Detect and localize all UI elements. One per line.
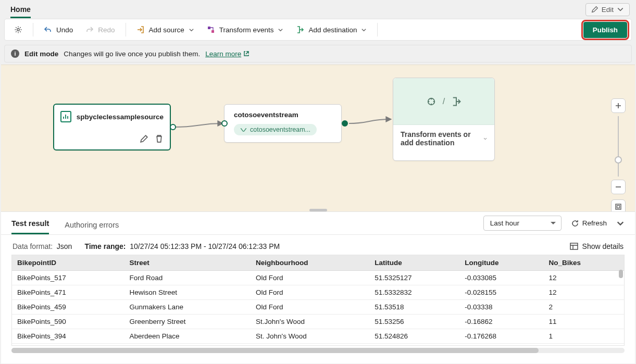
redo-button: Redo [80, 22, 120, 37]
flow-canvas[interactable]: spbycleclessamplesource cotosoeventstrea… [1, 65, 635, 211]
column-header[interactable]: Longitude [459, 255, 543, 271]
table-cell: 11 [544, 315, 624, 329]
settings-button[interactable] [9, 22, 28, 37]
chevron-down-icon [278, 27, 283, 33]
svg-rect-5 [617, 206, 620, 208]
zoom-in-button[interactable] [611, 98, 626, 113]
table-row[interactable]: BikePoints_459Gunmakers LaneOld Ford51.5… [12, 300, 624, 315]
horizontal-scrollbar-thumb[interactable] [11, 348, 539, 353]
table-cell: -0.033085 [459, 271, 543, 285]
slash-icon: / [443, 97, 445, 106]
port-out[interactable] [342, 120, 348, 127]
table-row[interactable]: BikePoints_590Greenberry StreetSt.John's… [12, 315, 624, 329]
table-cell: 51.52912 [369, 344, 459, 346]
table-cell: -0.03338 [459, 300, 543, 315]
time-range-value: 10/27/24 05:12:33 PM - 10/27/24 06:12:33… [130, 242, 280, 250]
show-details-label: Show details [582, 242, 623, 250]
node-source[interactable]: spbycleclessamplesource [53, 104, 171, 150]
vertical-scrollbar[interactable] [619, 270, 623, 278]
logout-icon [296, 26, 304, 34]
publish-button[interactable]: Publish [583, 22, 627, 38]
refresh-label: Refresh [582, 219, 607, 227]
table-row[interactable]: BikePoints_363Lord'sSt. John's Wood51.52… [12, 344, 624, 346]
stream-icon [240, 127, 247, 133]
zoom-thumb[interactable] [615, 156, 622, 164]
info-icon: i [11, 49, 19, 58]
svg-rect-4 [616, 204, 621, 209]
table-cell: -0.171185 [459, 344, 543, 346]
tab-authoring-errors[interactable]: Authoring errors [65, 215, 119, 234]
toolbar: Undo Redo Add source Transform [4, 19, 632, 41]
table-cell: BikePoints_459 [12, 300, 124, 315]
table-cell: Old Ford [251, 300, 369, 315]
transform-events-button[interactable]: Transform events [202, 22, 289, 37]
learn-more-link[interactable]: Learn more [205, 50, 250, 58]
pencil-icon[interactable] [140, 134, 148, 143]
table-cell: BikePoints_471 [12, 285, 124, 300]
refresh-button[interactable]: Refresh [571, 219, 607, 228]
tab-test-result[interactable]: Test result [11, 213, 49, 234]
refresh-icon [571, 219, 579, 228]
svg-rect-6 [570, 243, 578, 249]
port-in[interactable] [221, 120, 228, 127]
column-header[interactable]: Street [124, 255, 251, 271]
column-header[interactable]: Latitude [369, 255, 459, 271]
add-source-button[interactable]: Add source [131, 22, 199, 37]
infobar-msg: Changes will go live once you publish th… [64, 50, 200, 58]
zoom-slider[interactable] [618, 116, 619, 177]
time-range-select[interactable]: Last hour [483, 216, 562, 231]
table-row[interactable]: BikePoints_471Hewison StreetOld Ford51.5… [12, 285, 624, 300]
table-cell: Lord's [124, 344, 251, 346]
table-cell: St. John's Wood [251, 344, 369, 346]
destination-icon-area: / [393, 78, 494, 125]
chevron-down-icon [617, 6, 624, 13]
barchart-icon [60, 111, 71, 122]
edit-label: Edit [602, 6, 614, 14]
chevron-down-icon[interactable] [616, 219, 625, 228]
external-link-icon [243, 51, 250, 57]
column-header[interactable]: No_Bikes [544, 255, 624, 271]
table-cell: 12 [544, 271, 624, 285]
show-details-button[interactable]: Show details [570, 242, 623, 250]
edit-dropdown[interactable]: Edit [585, 3, 630, 16]
table-row[interactable]: BikePoints_394Aberdeen PlaceSt. John's W… [12, 329, 624, 344]
results-table: BikepointIDStreetNeighbourhoodLatitudeLo… [12, 255, 624, 346]
table-cell: 51.5325127 [369, 271, 459, 285]
node-destination[interactable]: / Transform events or add destination [393, 78, 495, 161]
redo-icon [85, 26, 94, 34]
results-panel: Test result Authoring errors Last hour R… [1, 211, 635, 363]
undo-button[interactable]: Undo [39, 22, 78, 37]
horizontal-scrollbar[interactable] [11, 348, 625, 353]
table-cell: Greenberry Street [124, 315, 251, 329]
edit-mode-infobar: i Edit mode Changes will go live once yo… [4, 45, 632, 62]
add-destination-button[interactable]: Add destination [291, 22, 372, 37]
logout-icon [451, 96, 462, 107]
transform-icon [207, 26, 215, 34]
table-cell: 51.53518 [369, 300, 459, 315]
login-icon [136, 26, 145, 34]
port-out[interactable] [170, 124, 176, 130]
table-cell: Aberdeen Place [124, 329, 251, 344]
tab-home[interactable]: Home [10, 1, 31, 18]
redo-label: Redo [98, 26, 115, 34]
table-cell: BikePoints_517 [12, 271, 124, 285]
learn-more-label: Learn more [205, 50, 241, 58]
chevron-down-icon[interactable] [483, 136, 487, 142]
time-range-label: Time range: [84, 242, 126, 250]
table-cell: St.John's Wood [251, 315, 369, 329]
trash-icon[interactable] [155, 134, 164, 143]
column-header[interactable]: Neighbourhood [251, 255, 369, 271]
eventstream-pill[interactable]: cotosoeventstream... [234, 124, 317, 135]
table-cell: -0.028155 [459, 285, 543, 300]
zoom-fit-button[interactable] [611, 199, 626, 211]
gear-icon [14, 26, 22, 34]
panel-resize-handle[interactable] [309, 209, 327, 211]
node-eventstream[interactable]: cotosoeventstream cotosoeventstream... [224, 104, 342, 143]
results-table-wrap[interactable]: BikepointIDStreetNeighbourhoodLatitudeLo… [11, 255, 625, 346]
table-row[interactable]: BikePoints_517Ford RoadOld Ford51.532512… [12, 271, 624, 285]
pencil-icon [591, 6, 598, 13]
column-header[interactable]: BikepointID [12, 255, 124, 271]
zoom-out-button[interactable] [611, 180, 626, 194]
details-icon [570, 243, 578, 250]
node-source-title: spbycleclessamplesource [77, 113, 164, 121]
